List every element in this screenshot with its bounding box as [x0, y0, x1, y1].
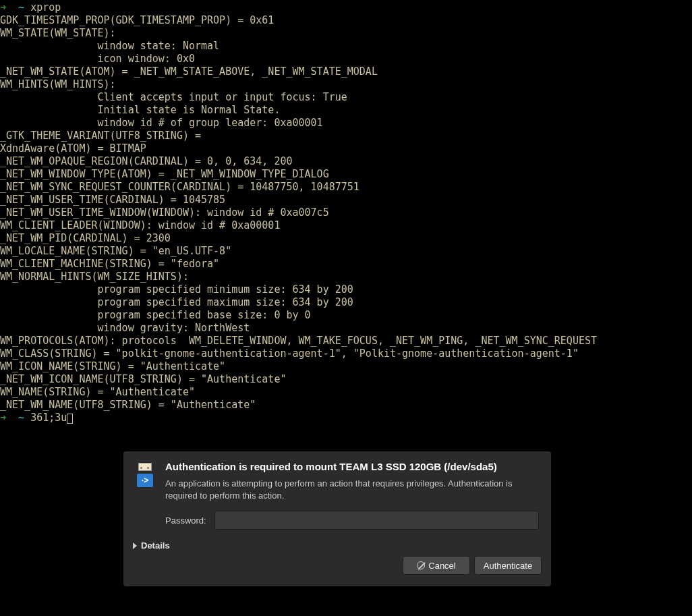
- authenticate-button-label: Authenticate: [484, 561, 532, 571]
- dialog-description: An application is attempting to perform …: [165, 478, 539, 501]
- dialog-title: Authentication is required to mount TEAM…: [165, 461, 539, 472]
- cancel-button-label: Cancel: [428, 561, 455, 571]
- cancel-button[interactable]: Cancel: [403, 556, 470, 575]
- drive-auth-icon: ·>: [136, 463, 154, 488]
- chevron-right-icon: [133, 542, 137, 549]
- exec-badge-icon: ·>: [137, 474, 153, 487]
- password-label: Password:: [165, 515, 206, 526]
- details-expander[interactable]: Details: [123, 535, 551, 556]
- auth-dialog: ·> Authentication is required to mount T…: [123, 451, 551, 586]
- terminal-output: ➜ ~ xprop GDK_TIMESTAMP_PROP(GDK_TIMESTA…: [0, 0, 692, 426]
- password-input[interactable]: [214, 511, 539, 530]
- authenticate-button[interactable]: Authenticate: [474, 556, 542, 575]
- details-label: Details: [141, 540, 170, 551]
- cancel-icon: [417, 561, 425, 569]
